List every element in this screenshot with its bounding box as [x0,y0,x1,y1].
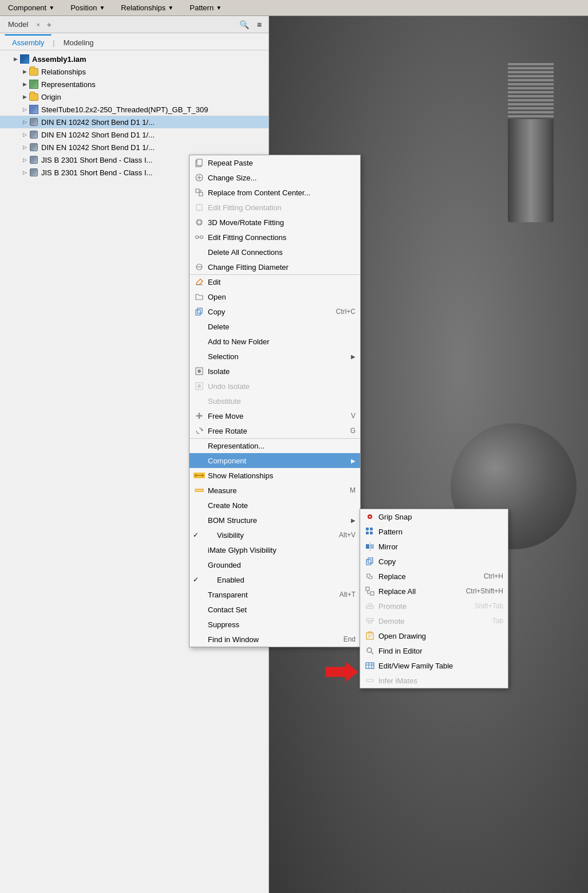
replace-sub-icon [364,571,376,582]
svg-rect-41 [366,544,369,549]
ctx-selection[interactable]: Selection ▶ [190,349,360,364]
representations-icon [29,80,39,89]
sub-mirror[interactable]: Mirror [360,539,508,554]
pattern-icon [364,526,376,537]
svg-rect-38 [370,528,373,530]
part-icon [29,105,39,114]
promote-icon [364,600,376,612]
svg-point-29 [202,474,204,477]
context-menu: Repeat Paste Change Size... Replace from… [189,155,361,647]
sub-copy[interactable]: Copy [360,554,508,569]
infer-imates-icon [364,675,376,686]
sub-grip-snap[interactable]: Grip Snap [360,509,508,524]
isolate-icon [193,365,206,377]
tree-root[interactable]: ▶ Assembly1.iam [0,53,269,65]
svg-marker-62 [326,662,358,682]
ctx-3d-move-rotate[interactable]: 3D Move/Rotate Fitting [190,215,360,230]
show-rel-icon [193,470,206,481]
ctx-delete-all-connections[interactable]: Delete All Connections [190,245,360,259]
pipe-3d [508,62,554,222]
ctx-change-size[interactable]: Change Size... [190,170,360,185]
ctx-free-rotate[interactable]: Free Rotate G [190,423,360,438]
ctx-find-in-window[interactable]: Find in Window End [190,632,360,647]
paste-icon [193,157,206,168]
tree-item-relationships[interactable]: ▶ Relationships [0,65,269,78]
tree-item-din1[interactable]: ▷ DIN EN 10242 Short Bend D1 1/... [0,116,269,128]
toolbar-relationships[interactable]: Relationships ▼ [113,1,181,14]
svg-rect-46 [366,587,369,591]
ctx-enabled[interactable]: ✓ Enabled [190,572,360,587]
svg-line-56 [371,652,373,654]
sub-find-in-editor[interactable]: Find in Editor [360,643,508,658]
connections-icon [193,231,206,243]
toolbar-component[interactable]: Component ▼ [0,1,62,14]
demote-icon [364,615,376,627]
sub-open-drawing[interactable]: Open Drawing [360,628,508,643]
sub-replace-all[interactable]: Replace All Ctrl+Shift+H [360,584,508,599]
ctx-bom-structure[interactable]: BOM Structure ▶ [190,513,360,528]
ctx-copy[interactable]: Copy Ctrl+C [190,304,360,319]
toolbar-position[interactable]: Position ▼ [62,1,113,14]
ctx-suppress[interactable]: Suppress [190,617,360,632]
svg-rect-20 [196,310,200,315]
toolbar-pattern[interactable]: Pattern ▼ [181,1,230,14]
sub-replace[interactable]: Replace Ctrl+H [360,569,508,584]
tab-assembly[interactable]: Assembly [5,34,52,50]
fitting-icon [29,130,39,139]
svg-rect-10 [196,204,202,210]
ctx-transparent[interactable]: Transparent Alt+T [190,587,360,602]
model-tab-label: Model [3,18,33,31]
svg-rect-5 [196,189,199,192]
svg-rect-52 [366,633,373,639]
ctx-undo-isolate: Undo Isolate [190,379,360,394]
ctx-show-relationships[interactable]: Show Relationships [190,468,360,483]
sub-edit-view-family-table[interactable]: Edit/View Family Table [360,658,508,673]
ctx-create-note[interactable]: Create Note [190,498,360,513]
ctx-add-to-new-folder[interactable]: Add to New Folder [190,334,360,349]
model-search-button[interactable]: 🔍 [236,19,252,30]
measure-icon [193,485,206,496]
ctx-open[interactable]: Open [190,289,360,304]
svg-rect-51 [368,621,372,623]
ctx-visibility[interactable]: ✓ Visibility Alt+V [190,528,360,542]
ctx-component[interactable]: Component ▶ [190,453,360,468]
ctx-edit-fitting-connections[interactable]: Edit Fitting Connections [190,230,360,245]
ctx-measure[interactable]: Measure M [190,483,360,498]
tree-item-din2[interactable]: ▷ DIN EN 10242 Short Bend D1 1/... [0,128,269,141]
ctx-isolate[interactable]: Isolate [190,364,360,379]
tree-item-representations[interactable]: ▶ Representations [0,78,269,91]
find-editor-icon [364,645,376,656]
orientation-icon [193,202,206,213]
tab-modeling[interactable]: Modeling [56,35,101,50]
svg-point-55 [367,648,372,652]
submenu-component: Grip Snap Pattern Mirror Copy Replace Ct… [360,509,508,689]
model-tab-plus[interactable]: + [44,19,55,30]
ctx-free-move[interactable]: Free Move V [190,408,360,423]
top-toolbar: Component ▼ Position ▼ Relationships ▼ P… [0,0,588,16]
move-rotate-icon [193,217,206,228]
replace-icon [193,187,206,198]
tree-item-origin[interactable]: ▶ Origin [0,91,269,103]
tree-item-label: DIN EN 10242 Short Bend D1 1/... [41,131,155,139]
ctx-change-fitting-diameter[interactable]: Change Fitting Diameter [190,259,360,274]
model-menu-button[interactable]: ≡ [254,19,265,30]
ctx-edit[interactable]: Edit [190,274,360,289]
assembly-tabs: Assembly | Modeling [0,33,269,50]
free-rotate-icon [193,425,206,436]
svg-point-36 [369,516,371,518]
sub-pattern[interactable]: Pattern [360,524,508,539]
ctx-repeat-paste[interactable]: Repeat Paste [190,155,360,170]
tree-item-steeltube[interactable]: ▷ SteelTube10.2x2-250_Threaded(NPT)_GB_T… [0,103,269,116]
ctx-contact-set[interactable]: Contact Set [190,602,360,617]
ctx-imate-glyph[interactable]: iMate Glyph Visibility [190,542,360,557]
ctx-replace-content[interactable]: Replace from Content Center... [190,185,360,200]
sub-demote: Demote Tab [360,613,508,628]
tree-item-label: DIN EN 10242 Short Bend D1 1/... [41,143,155,152]
tree-item-din3[interactable]: ▷ DIN EN 10242 Short Bend D1 1/... [0,141,269,154]
undo-isolate-icon [193,380,206,392]
ctx-delete[interactable]: Delete [190,319,360,334]
ctx-representation[interactable]: Representation... [190,438,360,453]
ctx-grounded[interactable]: Grounded [190,557,360,572]
model-tab-close[interactable]: × [34,20,42,29]
tree-item-label: Origin [41,93,61,101]
